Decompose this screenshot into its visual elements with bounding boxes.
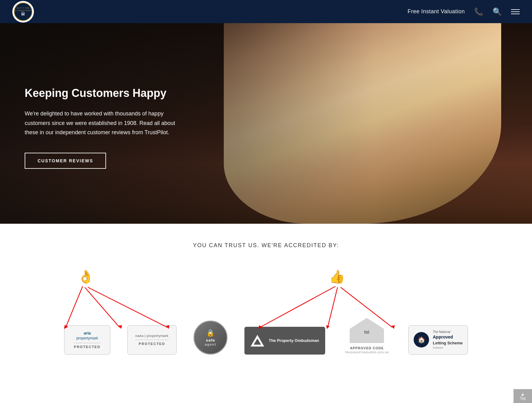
- search-icon[interactable]: 🔍: [493, 7, 502, 16]
- property-ombudsman-logo: The Property Ombudsman: [244, 327, 325, 355]
- letting-scheme-logo: 🏠 The National Approved Letting Scheme S…: [408, 325, 468, 355]
- site-header: PETTY SON& PRESTIDGE 🏛 Free Instant Valu…: [0, 0, 532, 23]
- safe-agent-logo: 🔒 £ safe agent: [194, 321, 227, 355]
- customer-reviews-button[interactable]: CUSTOMER REVIEWS: [25, 153, 106, 169]
- svg-text:tsi: tsi: [364, 330, 369, 334]
- hero-title: Keeping Customers Happy: [25, 86, 179, 100]
- logo[interactable]: PETTY SON& PRESTIDGE 🏛: [12, 1, 34, 23]
- hero-content: Keeping Customers Happy We're delighted …: [25, 86, 179, 169]
- naea-logo: naea | propertymark PROTECTED: [127, 325, 177, 355]
- accreditation-section: YOU CAN TRUST US. WE'RE ACCREDITED BY: 👌…: [0, 224, 532, 391]
- arla-logo: arla propertymark PROTECTED: [64, 325, 110, 355]
- hero-section: Keeping Customers Happy We're delighted …: [0, 23, 532, 224]
- logo-building-icon: 🏛: [21, 12, 25, 16]
- hamburger-menu-icon[interactable]: [511, 9, 520, 14]
- phone-icon[interactable]: 📞: [474, 7, 483, 16]
- hero-description: We're delighted to have worked with thou…: [25, 109, 179, 137]
- accreditation-title: YOU CAN TRUST US. WE'RE ACCREDITED BY:: [25, 242, 507, 249]
- tsi-logo: tsi APPROVED CODE TRADINGSTANDARDS.GOV.U…: [342, 317, 391, 355]
- free-valuation-link[interactable]: Free Instant Valuation: [407, 8, 465, 15]
- logo-text: PETTY SON& PRESTIDGE: [15, 7, 31, 11]
- back-to-top-button[interactable]: ▲ Top: [514, 389, 532, 391]
- header-nav: Free Instant Valuation 📞 🔍: [407, 7, 520, 16]
